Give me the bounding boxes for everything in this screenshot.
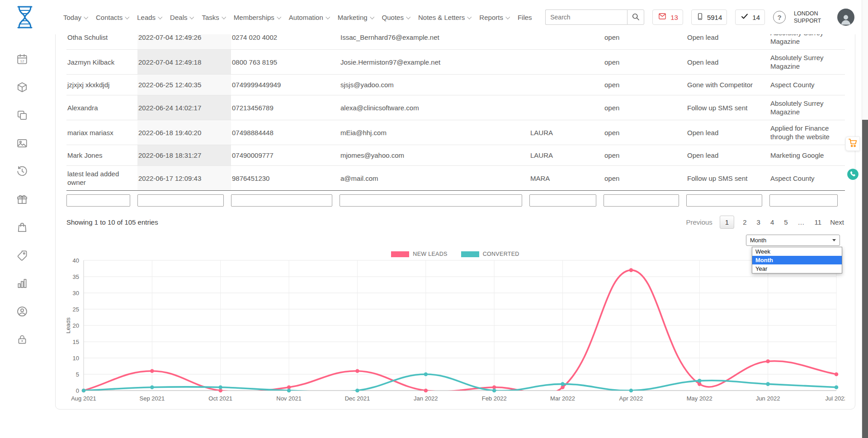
nav-item-leads[interactable]: Leads [137,14,161,21]
filter-input-email[interactable] [340,194,522,207]
search-input[interactable] [545,9,627,25]
showing-entries: Showing 1 to 10 of 105 entries [66,218,158,226]
scrollbar-track[interactable] [862,0,868,438]
history-icon[interactable] [16,165,28,177]
svg-text:0: 0 [76,387,79,394]
mail-count: 13 [670,14,678,21]
cell-phone: 9876451230 [231,166,340,191]
filter-input-date[interactable] [137,194,224,207]
cell-name: latest lead added owner [66,166,137,191]
lock-icon[interactable] [16,334,28,345]
help-button[interactable]: ? [773,11,786,24]
filter-input-name[interactable] [66,194,130,207]
filter-input-stage[interactable] [686,194,762,207]
period-option-month[interactable]: Month [752,256,842,264]
chevron-down-icon [222,14,226,19]
cell-owner: LAURA [529,145,604,166]
tag-icon[interactable] [16,250,28,261]
chevron-down-icon [326,14,330,19]
search-button[interactable] [627,9,644,25]
svg-text:12: 12 [20,59,24,63]
calendar-icon[interactable]: 12 [16,53,28,65]
previous-page-button[interactable]: Previous [686,218,712,226]
avatar[interactable] [837,9,854,26]
shopping-bag-icon[interactable] [16,221,28,233]
tasks-badge[interactable]: 14 [735,9,765,25]
image-icon[interactable] [16,137,28,149]
support-icon[interactable] [16,306,28,317]
page-button-5[interactable]: 5 [783,217,789,227]
navbar: TodayContactsLeadsDealsTasksMembershipsA… [0,0,868,34]
svg-text:Leads: Leads [66,317,71,334]
cell-date: 2022-07-04 12:49:18 [137,50,231,75]
nav-item-deals[interactable]: Deals [170,14,193,21]
page-button-…[interactable]: … [797,217,806,227]
table-row[interactable]: Jazmyn Kilback2022-07-04 12:49:180800 76… [66,50,845,75]
scrollbar-thumb[interactable] [862,120,868,438]
nav-item-automation[interactable]: Automation [289,14,329,21]
period-select[interactable]: Month [746,235,840,246]
bar-chart-icon[interactable] [16,278,28,289]
nav-item-tasks[interactable]: Tasks [202,14,225,21]
page-button-1[interactable]: 1 [720,216,734,229]
mail-badge[interactable]: 13 [652,9,683,25]
table-row[interactable]: latest lead added owner2022-06-17 12:09:… [66,166,845,191]
cell-date: 2022-06-24 14:02:17 [137,95,231,120]
nav-item-today[interactable]: Today [63,14,87,21]
table-row[interactable]: Mark Jones2022-06-18 18:31:2707490009777… [66,145,845,166]
nav-item-label: Today [63,14,81,21]
cell-email: alexa@clinicsoftware.com [340,95,529,120]
chevron-down-icon [158,14,162,19]
filter-input-source[interactable] [769,194,838,207]
nav-item-label: Deals [170,14,187,21]
period-option-week[interactable]: Week [752,247,842,256]
filter-input-owner[interactable] [529,194,596,207]
cell-stage: Follow up SMS sent [686,166,769,191]
leads-chart: 0510152025303540Aug 2021Sep 2021Oct 2021… [66,247,845,403]
chevron-down-icon [125,14,129,19]
copy-icon[interactable] [16,109,28,121]
calls-badge[interactable]: 5914 [691,9,727,25]
cell-owner [529,50,604,75]
cell-email: a@mail.com [340,166,529,191]
nav-item-notes-letters[interactable]: Notes & Letters [418,14,471,21]
cell-owner: MARA [529,166,604,191]
table-row[interactable]: jzjxjxj xkxkdjdj2022-06-25 12:40:3507499… [66,75,845,95]
nav-item-marketing[interactable]: Marketing [338,14,373,21]
table-row[interactable]: mariax mariasx2022-06-18 19:40:200749888… [66,120,845,145]
nav-item-contacts[interactable]: Contacts [96,14,128,21]
cell-source: Absolutely Surrey Magazine [769,50,845,75]
cart-button[interactable] [845,137,860,151]
page-button-2[interactable]: 2 [741,217,748,227]
nav-item-label: Tasks [202,14,219,21]
next-page-button[interactable]: Next [830,218,844,226]
page-button-4[interactable]: 4 [769,217,775,227]
package-icon[interactable] [16,81,28,93]
cell-date: 2022-06-17 12:09:43 [137,166,231,191]
gift-icon[interactable] [16,193,28,205]
nav-item-reports[interactable]: Reports [479,14,509,21]
app-logo[interactable] [14,5,35,29]
table-row[interactable]: Alexandra2022-06-24 14:02:1707213456789a… [66,95,845,120]
cell-source: Applied for Finance through the website [769,120,845,145]
whatsapp-button[interactable] [847,168,859,180]
select-arrow-icon [832,239,836,241]
nav-item-files[interactable]: Files [518,14,532,21]
page-button-3[interactable]: 3 [755,217,762,227]
cell-stage: Open lead [686,145,769,166]
whatsapp-icon [847,174,859,182]
page-button-11[interactable]: 11 [813,217,823,227]
period-option-year[interactable]: Year [752,264,842,273]
cell-date: 2022-06-18 18:31:27 [137,145,231,166]
filter-input-phone[interactable] [231,194,332,207]
filter-input-status[interactable] [604,194,679,207]
chevron-down-icon [406,14,410,19]
nav-item-label: Files [518,14,532,21]
mobile-phone-icon [696,12,704,23]
nav-item-quotes[interactable]: Quotes [382,14,410,21]
cell-stage: Gone with Competitor [686,75,769,95]
nav-item-memberships[interactable]: Memberships [234,14,280,21]
cell-source: Marketing Google [769,145,845,166]
svg-text:Jan 2022: Jan 2022 [414,395,438,402]
cell-phone: 07213456789 [231,95,340,120]
